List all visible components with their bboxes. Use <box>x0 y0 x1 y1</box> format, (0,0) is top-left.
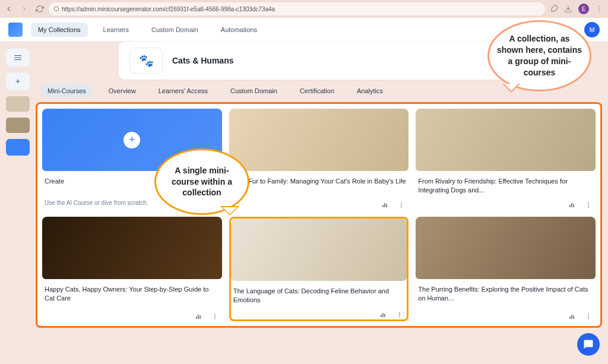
tab-learners-access[interactable]: Learners' Access <box>153 84 214 97</box>
svg-rect-4 <box>382 205 384 207</box>
nav-automations[interactable]: Automations <box>214 23 264 37</box>
course-title: The Language of Cats: Decoding Feline Be… <box>233 287 405 305</box>
svg-point-25 <box>399 312 400 313</box>
tab-analytics[interactable]: Analytics <box>351 84 389 97</box>
course-title: The Purring Benefits: Exploring the Posi… <box>418 285 593 307</box>
course-title: From Rivalry to Friendship: Effective Te… <box>418 177 593 195</box>
site-info-icon <box>53 6 59 12</box>
annotation-collection: A collection, as shown here, contains a … <box>487 20 591 91</box>
svg-point-3 <box>598 11 600 12</box>
svg-rect-11 <box>571 203 572 207</box>
url-text: https://admin.minicoursegenerator.com/cf… <box>62 6 275 12</box>
browser-profile-avatar[interactable]: E <box>578 4 589 14</box>
svg-point-1 <box>598 6 600 7</box>
svg-point-31 <box>588 314 589 315</box>
back-icon[interactable] <box>5 5 13 13</box>
svg-rect-6 <box>386 204 387 207</box>
svg-rect-5 <box>384 203 385 207</box>
svg-rect-30 <box>573 315 574 319</box>
hamburger-icon <box>14 55 22 61</box>
svg-rect-28 <box>569 316 571 319</box>
course-title: Happy Cats, Happy Owners: Your Step-by-S… <box>45 285 220 307</box>
sidebar <box>0 42 36 364</box>
course-thumbnail <box>231 219 407 281</box>
app-logo[interactable] <box>8 23 23 37</box>
svg-point-7 <box>401 202 402 203</box>
course-card[interactable]: From Rivalry to Friendship: Effective Te… <box>416 109 596 210</box>
more-icon[interactable] <box>585 201 592 208</box>
course-thumbnail <box>416 109 596 171</box>
course-thumbnail <box>42 217 222 279</box>
tab-certification[interactable]: Certification <box>294 84 340 97</box>
analytics-icon[interactable] <box>195 313 202 320</box>
analytics-icon[interactable] <box>379 311 387 318</box>
svg-point-14 <box>588 204 589 205</box>
svg-rect-16 <box>196 316 197 319</box>
user-avatar[interactable]: M <box>584 22 600 37</box>
course-card-highlighted[interactable]: The Language of Cats: Decoding Feline Be… <box>229 217 409 321</box>
analytics-icon[interactable] <box>568 201 575 208</box>
svg-point-33 <box>588 318 589 319</box>
svg-rect-12 <box>573 204 574 207</box>
tab-custom-domain[interactable]: Custom Domain <box>224 84 283 97</box>
download-icon[interactable] <box>564 5 572 13</box>
collection-icon: 🐾 <box>129 48 163 74</box>
nav-custom-domain[interactable]: Custom Domain <box>144 23 205 37</box>
nav-learners[interactable]: Learners <box>96 23 136 37</box>
more-icon[interactable] <box>396 311 403 318</box>
course-thumbnail <box>229 109 409 171</box>
svg-point-26 <box>399 314 400 315</box>
svg-rect-22 <box>381 315 382 317</box>
sidebar-collection-thumb[interactable] <box>6 118 30 133</box>
svg-point-21 <box>214 318 216 319</box>
more-icon[interactable] <box>211 313 218 320</box>
plus-icon <box>14 78 21 85</box>
reload-icon[interactable] <box>36 5 44 13</box>
svg-point-8 <box>401 204 402 205</box>
chat-icon <box>583 339 594 350</box>
courses-grid: + Create Use the AI Course or dive from … <box>36 102 602 328</box>
svg-point-2 <box>598 8 600 10</box>
svg-point-13 <box>588 202 589 203</box>
forward-icon[interactable] <box>20 5 28 13</box>
svg-point-27 <box>399 316 400 317</box>
tab-overview[interactable]: Overview <box>103 84 142 97</box>
address-bar[interactable]: https://admin.minicoursegenerator.com/cf… <box>49 2 545 15</box>
svg-rect-24 <box>384 314 385 317</box>
svg-rect-29 <box>571 315 572 319</box>
svg-point-9 <box>401 206 402 207</box>
more-icon[interactable] <box>398 201 405 208</box>
course-card[interactable]: The Purring Benefits: Exploring the Posi… <box>416 217 596 321</box>
extensions-icon[interactable] <box>550 5 558 13</box>
svg-point-32 <box>588 316 589 317</box>
sidebar-collection-thumb[interactable] <box>6 96 30 112</box>
course-title: From Fur to Family: Managing Your Cat's … <box>232 177 407 195</box>
analytics-icon[interactable] <box>568 313 575 320</box>
svg-rect-23 <box>382 313 384 317</box>
tab-mini-courses[interactable]: Mini-Courses <box>42 84 92 97</box>
annotation-minicourse: A single mini-course within a collection <box>154 148 249 215</box>
main-content: 🐾 Cats & Humans View Mini-Courses Overvi… <box>36 42 608 364</box>
svg-rect-10 <box>569 205 571 207</box>
browser-menu-icon[interactable] <box>595 5 603 13</box>
svg-point-20 <box>214 316 216 317</box>
svg-point-19 <box>214 314 216 315</box>
svg-point-15 <box>588 206 589 207</box>
more-icon[interactable] <box>585 313 592 320</box>
nav-my-collections[interactable]: My Collections <box>31 23 88 37</box>
svg-point-0 <box>54 7 59 11</box>
svg-rect-17 <box>198 315 199 319</box>
course-card[interactable]: Happy Cats, Happy Owners: Your Step-by-S… <box>42 217 222 321</box>
sidebar-add-button[interactable] <box>6 72 30 90</box>
plus-circle-icon: + <box>124 132 140 148</box>
course-thumbnail <box>416 217 596 279</box>
svg-rect-18 <box>200 315 201 319</box>
collection-title: Cats & Humans <box>172 56 233 65</box>
sidebar-collection-active[interactable] <box>6 139 30 156</box>
analytics-icon[interactable] <box>381 201 388 208</box>
chat-button[interactable] <box>577 333 600 356</box>
browser-toolbar: https://admin.minicoursegenerator.com/cf… <box>0 0 608 18</box>
course-card[interactable]: From Fur to Family: Managing Your Cat's … <box>229 109 409 210</box>
sidebar-menu-button[interactable] <box>6 49 30 67</box>
